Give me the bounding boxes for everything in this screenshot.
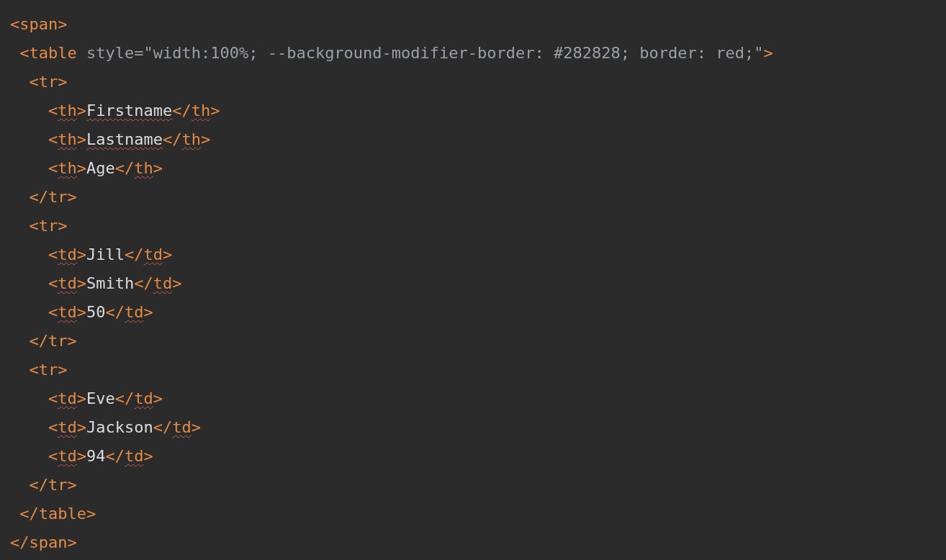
code-token: Age bbox=[86, 159, 115, 177]
code-token: > bbox=[192, 418, 201, 436]
code-token: </ bbox=[134, 274, 153, 292]
code-token: th bbox=[192, 101, 211, 119]
code-token: < bbox=[30, 73, 39, 91]
code-token: Smith bbox=[86, 274, 134, 292]
code-token: > bbox=[172, 274, 181, 292]
code-token bbox=[10, 303, 48, 321]
code-token bbox=[10, 101, 48, 119]
code-token: td bbox=[58, 389, 77, 407]
code-token: td bbox=[58, 245, 77, 263]
code-token: </ bbox=[30, 188, 49, 206]
code-token: < bbox=[48, 101, 58, 119]
code-token: th bbox=[58, 101, 77, 119]
code-token: td bbox=[58, 274, 77, 292]
code-line[interactable]: </tr> bbox=[10, 476, 77, 494]
code-line[interactable]: <th>Age</th> bbox=[10, 159, 163, 177]
code-token: < bbox=[48, 447, 58, 465]
code-line[interactable]: </tr> bbox=[10, 332, 77, 350]
code-token: td bbox=[172, 418, 192, 436]
code-token: > bbox=[77, 447, 86, 465]
code-token: < bbox=[48, 389, 58, 407]
code-token: tr bbox=[39, 361, 58, 379]
code-editor[interactable]: <span> <table style="width:100%; --backg… bbox=[0, 0, 946, 560]
code-token: > bbox=[77, 389, 86, 407]
code-token: th bbox=[181, 130, 201, 148]
code-token: </ bbox=[105, 303, 125, 321]
code-token: > bbox=[77, 274, 86, 292]
code-token: td bbox=[125, 447, 144, 465]
code-token: > bbox=[77, 101, 86, 119]
code-token bbox=[10, 332, 30, 350]
code-token: 50 bbox=[86, 303, 106, 321]
code-line[interactable]: <th>Lastname</th> bbox=[10, 130, 210, 148]
code-token: tr bbox=[48, 476, 68, 494]
code-line[interactable]: <table style="width:100%; --background-m… bbox=[10, 44, 773, 62]
code-token bbox=[10, 389, 48, 407]
code-token: td bbox=[125, 303, 144, 321]
code-token: > bbox=[143, 303, 153, 321]
code-token: Jill bbox=[86, 245, 125, 263]
code-token bbox=[77, 44, 86, 62]
code-token: span bbox=[19, 15, 58, 33]
code-token: td bbox=[58, 447, 77, 465]
code-token: < bbox=[48, 274, 58, 292]
code-token: span bbox=[30, 533, 68, 551]
code-token: > bbox=[153, 159, 163, 177]
code-line[interactable]: <td>50</td> bbox=[10, 303, 153, 321]
code-line[interactable]: </table> bbox=[10, 505, 96, 523]
code-token: > bbox=[763, 44, 772, 62]
code-token: </ bbox=[115, 159, 135, 177]
code-token: < bbox=[48, 130, 58, 148]
code-line[interactable]: </tr> bbox=[10, 188, 77, 206]
code-line[interactable]: <td>Jill</td> bbox=[10, 245, 172, 263]
code-line[interactable]: <span> bbox=[10, 15, 67, 33]
code-token: > bbox=[58, 361, 67, 379]
code-line[interactable]: <tr> bbox=[10, 73, 68, 91]
code-token bbox=[10, 130, 48, 148]
code-token: </ bbox=[115, 389, 135, 407]
code-token: > bbox=[201, 130, 210, 148]
code-token: td bbox=[58, 418, 77, 436]
code-token bbox=[10, 44, 19, 62]
code-token: </ bbox=[30, 332, 49, 350]
code-token bbox=[10, 447, 48, 465]
code-token: th bbox=[58, 130, 77, 148]
code-token: > bbox=[58, 217, 67, 235]
code-token bbox=[10, 217, 30, 235]
code-token: </ bbox=[125, 245, 144, 263]
code-token: tr bbox=[39, 217, 58, 235]
code-token: < bbox=[48, 245, 58, 263]
code-token: style bbox=[86, 44, 134, 62]
code-token: table bbox=[30, 44, 77, 62]
code-token: Jackson bbox=[86, 418, 153, 436]
code-line[interactable]: <th>Firstname</th> bbox=[10, 101, 220, 119]
code-token: < bbox=[10, 15, 19, 33]
code-line[interactable]: </span> bbox=[10, 533, 77, 551]
code-line[interactable]: <td>Eve</td> bbox=[10, 389, 163, 407]
code-token: td bbox=[153, 274, 173, 292]
code-line[interactable]: <td>Jackson</td> bbox=[10, 418, 201, 436]
code-token: < bbox=[19, 44, 29, 62]
code-token: < bbox=[48, 159, 58, 177]
code-token bbox=[10, 361, 30, 379]
code-line[interactable]: <tr> bbox=[10, 361, 68, 379]
code-token: td bbox=[134, 389, 153, 407]
code-token bbox=[10, 188, 30, 206]
code-token: Eve bbox=[86, 389, 115, 407]
code-token bbox=[10, 73, 30, 91]
code-token: > bbox=[210, 101, 220, 119]
code-token: = bbox=[134, 44, 143, 62]
code-token: > bbox=[67, 533, 76, 551]
code-token: </ bbox=[153, 418, 173, 436]
code-token: 94 bbox=[86, 447, 106, 465]
code-token bbox=[10, 159, 48, 177]
code-token: tr bbox=[39, 73, 58, 91]
code-token: Lastname bbox=[86, 130, 163, 148]
code-token: > bbox=[77, 418, 86, 436]
code-line[interactable]: <tr> bbox=[10, 217, 68, 235]
code-line[interactable]: <td>94</td> bbox=[10, 447, 153, 465]
code-token: </ bbox=[172, 101, 192, 119]
code-token: > bbox=[153, 389, 163, 407]
code-line[interactable]: <td>Smith</td> bbox=[10, 274, 181, 292]
code-token: th bbox=[58, 159, 77, 177]
